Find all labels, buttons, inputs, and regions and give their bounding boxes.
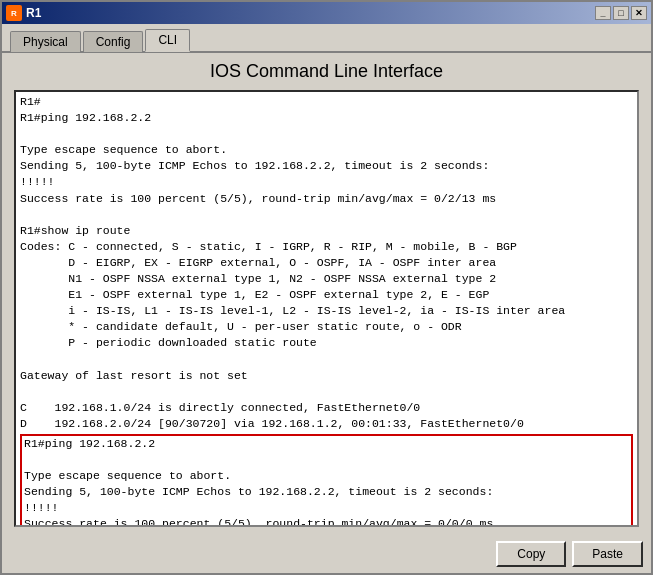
terminal-content-before: R1# R1#ping 192.168.2.2 Type escape sequ… — [20, 94, 633, 432]
main-content: IOS Command Line Interface R1# R1#ping 1… — [2, 53, 651, 535]
tab-config[interactable]: Config — [83, 31, 144, 52]
minimize-button[interactable]: _ — [595, 6, 611, 20]
title-bar: R R1 _ □ ✕ — [2, 2, 651, 24]
copy-button[interactable]: Copy — [496, 541, 566, 567]
terminal-highlight-content: R1#ping 192.168.2.2 Type escape sequence… — [24, 436, 629, 525]
button-bar: Copy Paste — [2, 535, 651, 573]
close-button[interactable]: ✕ — [631, 6, 647, 20]
terminal-wrapper: R1# R1#ping 192.168.2.2 Type escape sequ… — [14, 90, 639, 527]
window-title: R1 — [26, 6, 41, 20]
page-title: IOS Command Line Interface — [14, 61, 639, 82]
tab-physical[interactable]: Physical — [10, 31, 81, 52]
paste-button[interactable]: Paste — [572, 541, 643, 567]
tab-bar: Physical Config CLI — [2, 24, 651, 53]
terminal-scroll[interactable]: R1# R1#ping 192.168.2.2 Type escape sequ… — [16, 92, 637, 525]
terminal-highlight-box: R1#ping 192.168.2.2 Type escape sequence… — [20, 434, 633, 525]
svg-text:R: R — [11, 9, 17, 18]
maximize-button[interactable]: □ — [613, 6, 629, 20]
app-icon: R — [6, 5, 22, 21]
main-window: R R1 _ □ ✕ Physical Config CLI IOS Comma… — [0, 0, 653, 575]
tab-cli[interactable]: CLI — [145, 29, 190, 52]
